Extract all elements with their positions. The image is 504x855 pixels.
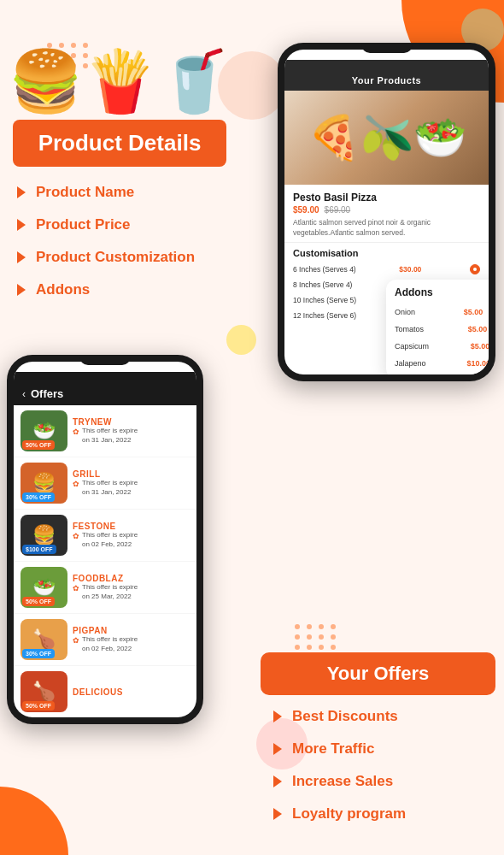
offer-code-4: PIGPAN	[73, 626, 185, 635]
addon-row-0[interactable]: Onion $5.00 ✓	[395, 304, 489, 321]
offer-thumb-4: 🍗 30% OFF	[21, 619, 67, 660]
chevron-addons	[17, 284, 26, 296]
chevron-more-traffic	[273, 743, 282, 755]
offer-code-3: FOODBLAZ	[73, 574, 185, 583]
offer-badge-1: 30% OFF	[22, 492, 55, 502]
offer-text-3: This offer is expireon 25 Mar, 2022	[82, 583, 138, 601]
deco-circle-4	[226, 325, 256, 355]
offer-item-1[interactable]: 🍔 30% OFF GRILL ✿ This offer is expireon…	[14, 457, 196, 510]
left-phone-back-btn[interactable]: ‹	[22, 388, 26, 400]
your-offers-features-list: Best Discounts More Traffic Increase Sal…	[273, 708, 495, 823]
offer-icon-row-3: ✿ This offer is expireon 25 Mar, 2022	[73, 583, 185, 601]
offer-thumb-5: 🍗 50% OFF	[21, 671, 67, 712]
offer-badge-2: $100 OFF	[22, 545, 56, 554]
option-2-label: 10 Inches (Serve 5)	[293, 296, 356, 304]
chevron-product-price	[17, 219, 26, 231]
offer-thumb-0: 🥗 50% OFF	[21, 410, 67, 451]
feature-product-name: Product Name	[17, 184, 226, 201]
offer-badge-0: 50% OFF	[22, 440, 55, 450]
right-phone-header-title: Your Products	[352, 75, 421, 86]
offer-text-4: This offer is expireon 02 Feb, 2022	[82, 635, 138, 653]
offer-icon-row-2: ✿ This offer is expireon 02 Feb, 2022	[73, 531, 185, 549]
right-phone-food-emoji: 🍕🫒🥗	[284, 91, 489, 185]
offer-text-2: This offer is expireon 02 Feb, 2022	[82, 531, 138, 549]
offer-item-5[interactable]: 🍗 50% OFF DELICIOUS	[14, 666, 196, 717]
left-phone-header: ‹ Offers	[14, 372, 196, 405]
offer-thumb-3: 🥗 50% OFF	[21, 567, 67, 608]
right-phone-screen: Your Products 🍕🫒🥗 Pesto Basil Pizza $59.…	[284, 50, 489, 374]
addons-label: Addons	[36, 281, 90, 298]
offer-item-2[interactable]: 🍔 $100 OFF FESTONE ✿ This offer is expir…	[14, 510, 196, 562]
addon-3-name: Jalapeno	[395, 359, 426, 368]
left-phone-notch	[79, 355, 131, 365]
your-offer-feature-1: More Traffic	[273, 740, 495, 758]
addon-0-price: $5.00	[464, 308, 483, 316]
right-phone-product-name: Pesto Basil Pizza	[293, 192, 480, 203]
addon-row-1[interactable]: Tomatos $5.00	[395, 321, 489, 338]
feature-product-price: Product Price	[17, 216, 226, 233]
product-name-label: Product Name	[36, 184, 134, 201]
addons-card-title: Addons	[395, 286, 489, 298]
addon-2-price: $5.00	[471, 342, 489, 351]
your-offers-title: Your Offers	[327, 663, 429, 684]
offer-star-2: ✿	[73, 532, 79, 540]
offer-item-4[interactable]: 🍗 30% OFF PIGPAN ✿ This offer is expireo…	[14, 614, 196, 666]
main-container: 🍔🍟🥤 Product Details Product Name Product…	[0, 0, 504, 855]
option-0-label: 6 Inches (Serves 4)	[293, 265, 356, 274]
addon-2-name: Capsicum	[395, 342, 429, 351]
left-phone-shell: ‹ Offers 🥗 50% OFF TRYNEW ✿	[7, 355, 203, 724]
offer-content-5: DELICIOUS	[67, 687, 190, 697]
left-phone-screen: ‹ Offers 🥗 50% OFF TRYNEW ✿	[14, 362, 196, 717]
addon-row-3[interactable]: Jalapeno $10.00 ✓	[395, 355, 489, 372]
offer-code-0: TRYNEW	[73, 417, 185, 427]
left-phone: ‹ Offers 🥗 50% OFF TRYNEW ✿	[7, 355, 203, 724]
offer-content-2: FESTONE ✿ This offer is expireon 02 Feb,…	[67, 522, 190, 549]
right-phone-option-0[interactable]: 6 Inches (Serves 4) $30.00	[293, 262, 480, 277]
offer-icon-row-4: ✿ This offer is expireon 02 Feb, 2022	[73, 635, 185, 653]
option-1-label: 8 Inches (Serve 4)	[293, 280, 352, 289]
addon-1-price: $5.00	[468, 325, 488, 333]
offer-code-2: FESTONE	[73, 522, 185, 531]
option-0-radio[interactable]	[470, 264, 480, 274]
bg-bottom-left-deco	[0, 787, 68, 855]
chevron-loyalty-program	[273, 808, 282, 820]
product-details-title: Product Details	[38, 130, 202, 156]
offer-star-3: ✿	[73, 584, 79, 593]
best-discounts-label: Best Discounts	[292, 708, 398, 725]
addons-card: Addons Onion $5.00 ✓ Tomatos $5.00 Capsi…	[386, 280, 489, 374]
right-phone-price-old: $69.00	[325, 205, 351, 215]
offer-badge-4: 30% OFF	[22, 649, 55, 658]
your-offer-feature-0: Best Discounts	[273, 708, 495, 725]
dot-pattern-right	[295, 624, 337, 650]
your-offer-feature-3: Loyalty program	[273, 805, 495, 823]
option-0-price: $30.00	[399, 265, 421, 274]
your-offer-feature-2: Increase Sales	[273, 773, 495, 790]
addon-3-price: $10.00	[467, 359, 489, 368]
offer-code-5: DELICIOUS	[73, 687, 185, 697]
chevron-increase-sales	[273, 775, 282, 787]
offer-badge-5: 50% OFF	[22, 701, 55, 711]
offer-icon-row-1: ✿ This offer is expireon 31 Jan, 2022	[73, 479, 185, 497]
right-phone-food-image: 🍕🫒🥗	[284, 91, 489, 185]
offer-text-1: This offer is expireon 31 Jan, 2022	[82, 479, 138, 497]
offer-star-1: ✿	[73, 480, 79, 488]
more-traffic-label: More Traffic	[292, 740, 374, 758]
offer-icon-row-0: ✿ This offer is expireon 31 Jan, 2022	[73, 427, 185, 445]
offer-content-0: TRYNEW ✿ This offer is expireon 31 Jan, …	[67, 417, 190, 445]
product-details-panel: 🍔🍟🥤 Product Details Product Name Product…	[0, 0, 239, 314]
offer-badge-3: 50% OFF	[22, 597, 55, 606]
right-phone-notch	[361, 43, 413, 53]
right-phone-customisation-title: Customisation	[293, 248, 480, 258]
offer-content-1: GRILL ✿ This offer is expireon 31 Jan, 2…	[67, 469, 190, 497]
right-phone-shell: Your Products 🍕🫒🥗 Pesto Basil Pizza $59.…	[278, 43, 495, 381]
right-phone-prices: $59.00 $69.00	[293, 205, 480, 215]
offer-item-3[interactable]: 🥗 50% OFF FOODBLAZ ✿ This offer is expir…	[14, 562, 196, 614]
chevron-product-customization	[17, 251, 26, 263]
feature-product-customization: Product Customization	[17, 249, 226, 266]
food-emoji-icon: 🍔🍟🥤	[9, 51, 231, 111]
product-details-banner: Product Details	[13, 120, 226, 167]
addon-row-2[interactable]: Capsicum $5.00 ✓	[395, 338, 489, 355]
offer-content-4: PIGPAN ✿ This offer is expireon 02 Feb, …	[67, 626, 190, 653]
offer-item-0[interactable]: 🥗 50% OFF TRYNEW ✿ This offer is expireo…	[14, 405, 196, 457]
right-phone-product-info: Pesto Basil Pizza $59.00 $69.00 Atlantic…	[284, 185, 489, 242]
